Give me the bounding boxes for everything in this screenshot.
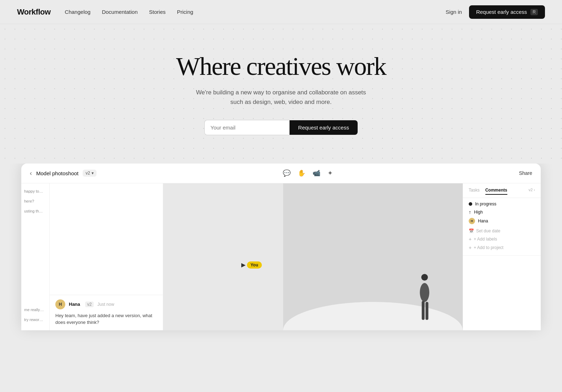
edge-comment-1: here? <box>21 198 47 205</box>
status-value: In progress <box>475 201 496 206</box>
share-button[interactable]: Share <box>519 170 532 176</box>
app-preview: ‹ Model photoshoot v2 ▾ 💬 ✋ 📹 ✦ Share ha… <box>21 164 541 330</box>
chat-username: Hana <box>69 302 80 307</box>
nav-cta-button[interactable]: Request early access R <box>469 5 545 19</box>
status-dot-icon <box>469 202 472 206</box>
due-date-label: Set due date <box>476 228 500 233</box>
left-panel: H Hana v2 Just now Hey team, have just a… <box>50 183 163 330</box>
avatar: H <box>55 299 65 309</box>
add-project-action[interactable]: + + Add to project <box>469 243 535 252</box>
sparkle-icon[interactable]: ✦ <box>327 169 333 177</box>
nav-changelog[interactable]: Changelog <box>65 9 91 15</box>
svg-rect-2 <box>422 301 425 320</box>
hero-subtitle: We're building a new way to organise and… <box>192 88 370 107</box>
chevron-down-icon: ▾ <box>92 171 94 176</box>
svg-point-0 <box>421 274 428 281</box>
edge-comment-0: happy to c... <box>21 188 47 195</box>
status-row: In progress <box>469 201 535 206</box>
hero-cta-button[interactable]: Request early access <box>290 120 357 135</box>
plus-icon-2: + <box>469 245 472 250</box>
hero-form: Request early access <box>204 120 357 135</box>
assignee-value: Hana <box>478 219 488 223</box>
back-icon[interactable]: ‹ <box>30 170 32 177</box>
chat-message: Hey team, have just added a new version,… <box>55 312 157 326</box>
svg-point-1 <box>420 283 429 302</box>
priority-row: ↑ High <box>469 209 535 215</box>
right-version-label: v2 › <box>529 188 535 195</box>
hand-icon[interactable]: ✋ <box>298 169 305 177</box>
assignee-avatar: H <box>469 218 475 224</box>
priority-value: High <box>474 210 483 215</box>
app-header-center: 💬 ✋ 📹 ✦ <box>283 169 333 177</box>
right-panel-header: Tasks Comments v2 › <box>463 188 541 198</box>
plus-icon: + <box>469 236 472 242</box>
photo-area <box>283 183 463 330</box>
app-project-title: Model photoshoot <box>36 170 78 176</box>
edge-comment-4: try reword... <box>21 316 47 323</box>
cursor-you: ▶ You <box>241 261 262 269</box>
priority-icon: ↑ <box>469 209 471 215</box>
nav-left: Workflow Changelog Documentation Stories… <box>17 7 193 17</box>
app-header: ‹ Model photoshoot v2 ▾ 💬 ✋ 📹 ✦ Share <box>21 164 541 183</box>
add-labels-action[interactable]: + + Add labels <box>469 235 535 243</box>
hero-title: Where creatives work <box>176 53 386 81</box>
app-body: happy to c... here? usting the s... me r… <box>21 183 541 330</box>
tab-comments[interactable]: Comments <box>485 188 507 195</box>
calendar-icon: 📅 <box>469 228 474 233</box>
comment-icon[interactable]: 💬 <box>283 169 291 177</box>
nav-cta-label: Request early access <box>476 9 527 15</box>
navbar: Workflow Changelog Documentation Stories… <box>0 0 562 24</box>
nav-links: Changelog Documentation Stories Pricing <box>65 9 193 15</box>
add-project-label: + Add to project <box>474 245 503 250</box>
video-icon[interactable]: 📹 <box>313 169 320 177</box>
app-header-left: ‹ Model photoshoot v2 ▾ <box>30 170 97 177</box>
edge-comment-2: usting the s... <box>21 208 47 215</box>
edge-comment-3: me really ... <box>21 306 47 313</box>
nav-stories[interactable]: Stories <box>149 9 166 15</box>
nav-cta-kbd: R <box>530 9 538 15</box>
svg-rect-3 <box>425 302 428 320</box>
nav-documentation[interactable]: Documentation <box>102 9 138 15</box>
chat-user-row: H Hana v2 Just now <box>55 299 157 309</box>
tab-tasks[interactable]: Tasks <box>469 188 480 195</box>
email-input[interactable] <box>204 120 290 135</box>
hero-section: Where creatives work We're building a ne… <box>0 24 562 164</box>
due-date-action[interactable]: 📅 Set due date <box>469 227 535 235</box>
right-panel: Tasks Comments v2 › In progress ↑ High H… <box>463 183 541 330</box>
cursor-label: You <box>247 261 262 269</box>
chat-timestamp: Just now <box>97 302 114 307</box>
right-status-section: In progress ↑ High H Hana 📅 Set due date… <box>463 198 541 256</box>
logo[interactable]: Workflow <box>17 7 51 17</box>
sign-in-button[interactable]: Sign in <box>446 9 462 15</box>
assignee-row: H Hana <box>469 218 535 224</box>
left-edge-panel: happy to c... here? usting the s... me r… <box>21 183 50 330</box>
canvas-inner: ▶ You <box>163 183 463 330</box>
cursor-arrow-icon: ▶ <box>241 261 246 268</box>
photo-curve <box>283 302 463 330</box>
add-labels-label: + Add labels <box>474 237 497 242</box>
chat-footer: H Hana v2 Just now Hey team, have just a… <box>50 295 163 330</box>
version-label: v2 <box>86 171 90 176</box>
main-canvas[interactable]: ▶ You <box>163 183 463 330</box>
nav-right: Sign in Request early access R <box>446 5 545 19</box>
nav-pricing[interactable]: Pricing <box>177 9 193 15</box>
figure-silhouette <box>413 274 434 330</box>
chat-version: v2 <box>85 302 94 307</box>
version-dropdown[interactable]: v2 ▾ <box>83 170 97 177</box>
